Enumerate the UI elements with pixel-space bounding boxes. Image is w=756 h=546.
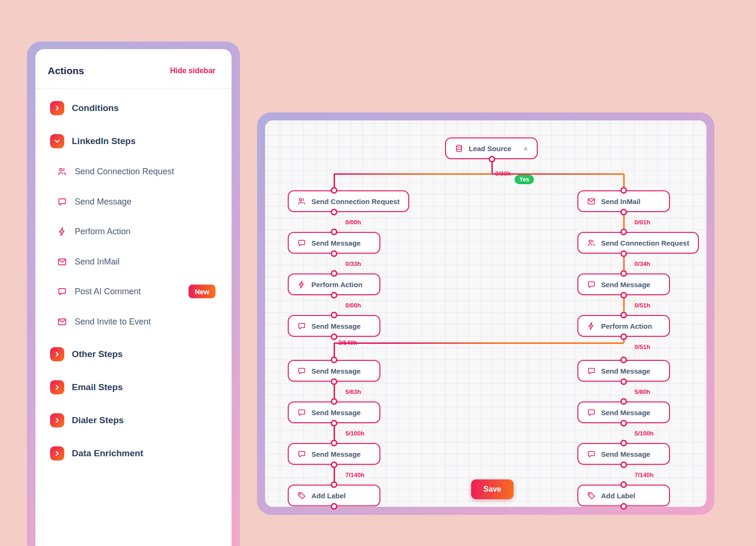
connector-port[interactable] <box>331 187 337 194</box>
connector-port[interactable] <box>620 270 627 277</box>
chevron-right-icon <box>50 380 64 394</box>
connector-port[interactable] <box>331 398 337 405</box>
save-button[interactable]: Save <box>471 479 514 499</box>
connector-port[interactable] <box>620 481 627 488</box>
sidebar-item-label: Other Steps <box>72 349 123 359</box>
connector-port[interactable] <box>620 420 627 427</box>
connector-port[interactable] <box>620 333 627 340</box>
connector-port[interactable] <box>620 187 627 194</box>
actions-sidebar-panel: Actions Hide sidebar ConditionsLinkedIn … <box>35 49 232 546</box>
connector-port[interactable] <box>331 481 337 488</box>
mail-icon <box>587 197 596 206</box>
connector-port[interactable] <box>331 357 337 363</box>
users-icon <box>587 239 596 247</box>
tag-icon <box>297 491 306 500</box>
sidebar-item-dialer-steps[interactable]: Dialer Steps <box>50 411 228 430</box>
trunk-timing-label: 0/00h <box>495 170 511 177</box>
connector-port[interactable] <box>331 378 337 385</box>
sidebar-item-data-enrichment[interactable]: Data Enrichment <box>50 444 228 463</box>
connector-line <box>334 342 624 344</box>
close-icon[interactable]: × <box>524 145 528 153</box>
sidebar-item-send-message[interactable]: Send Message <box>57 192 228 211</box>
flow-node-send-connection-request[interactable]: Send Connection Request <box>288 190 409 212</box>
connector-port[interactable] <box>620 229 627 235</box>
new-badge: New <box>189 285 215 299</box>
connector-port[interactable] <box>331 270 337 277</box>
sidebar-item-conditions[interactable]: Conditions <box>50 99 228 118</box>
connector-port[interactable] <box>489 156 495 162</box>
connector-port[interactable] <box>620 292 627 299</box>
timing-label: 7/140h <box>635 471 653 478</box>
chevron-down-icon <box>50 134 64 148</box>
connector-port[interactable] <box>331 461 337 468</box>
connector-port[interactable] <box>331 209 337 215</box>
flow-node-label: Send Message <box>311 239 361 247</box>
sidebar-item-other-steps[interactable]: Other Steps <box>50 345 228 364</box>
timing-label: 3/540h <box>338 339 357 346</box>
chat-icon <box>587 450 596 459</box>
flow-node-label: Send Message <box>311 322 361 330</box>
timing-label: 7/140h <box>345 471 364 478</box>
flow-node-label: Send Message <box>311 367 361 375</box>
timing-label: 0/51h <box>635 302 650 309</box>
mail-icon <box>57 257 67 267</box>
connector-port[interactable] <box>331 312 337 318</box>
timing-label: 5/80h <box>635 388 650 395</box>
chevron-right-icon <box>50 101 64 115</box>
timing-label: 0/33h <box>345 260 361 267</box>
chat-icon <box>587 280 596 289</box>
connector-port[interactable] <box>331 440 337 446</box>
connector-port[interactable] <box>331 229 337 235</box>
connector-port[interactable] <box>331 250 337 257</box>
flow-node-label: Perform Action <box>601 322 652 330</box>
sidebar-item-label: Perform Action <box>75 227 130 237</box>
bolt-icon <box>57 227 67 237</box>
sidebar-item-send-inmail[interactable]: Send InMail <box>57 252 228 271</box>
connector-port[interactable] <box>331 333 337 340</box>
connector-port[interactable] <box>620 398 627 405</box>
connector-line <box>334 173 492 175</box>
connector-port[interactable] <box>620 503 627 510</box>
users-icon <box>57 167 67 177</box>
timing-label: 0/51h <box>635 343 650 350</box>
sidebar-item-perform-action[interactable]: Perform Action <box>57 222 228 241</box>
flow-node-label: Send Connection Request <box>601 239 689 247</box>
chat-icon <box>587 367 596 375</box>
connector-port[interactable] <box>331 420 337 427</box>
connector-line <box>492 173 624 175</box>
connector-port[interactable] <box>620 312 627 318</box>
chat-icon <box>297 408 306 417</box>
connector-port[interactable] <box>620 461 627 468</box>
sidebar-item-label: Send Invite to Event <box>75 317 151 327</box>
bolt-icon <box>297 280 306 289</box>
chat-icon <box>297 450 306 459</box>
sidebar-item-post-ai-comment[interactable]: Post AI CommentNew <box>57 282 228 301</box>
flow-node-label: Send Message <box>601 450 650 458</box>
sidebar-item-label: Email Steps <box>72 382 123 392</box>
sidebar-item-linkedin-steps[interactable]: LinkedIn Steps <box>50 132 228 151</box>
connector-port[interactable] <box>620 378 627 385</box>
chevron-right-icon <box>50 347 64 361</box>
flow-node-send-connection-request[interactable]: Send Connection Request <box>577 232 699 254</box>
flow-node-label: Add Label <box>601 492 636 500</box>
timing-label: 0/01h <box>635 219 650 226</box>
yes-badge: Yes <box>515 175 534 184</box>
timing-label: 0/34h <box>635 260 650 267</box>
hide-sidebar-link[interactable]: Hide sidebar <box>170 67 215 75</box>
mail-icon <box>57 317 67 327</box>
sidebar-item-email-steps[interactable]: Email Steps <box>50 378 228 397</box>
sidebar-item-send-invite-to-event[interactable]: Send Invite to Event <box>57 312 228 331</box>
connector-port[interactable] <box>620 440 627 446</box>
connector-port[interactable] <box>331 292 337 299</box>
connector-port[interactable] <box>620 357 627 363</box>
app-window: Actions Hide sidebar ConditionsLinkedIn … <box>0 0 756 546</box>
actions-sidebar: Actions Hide sidebar ConditionsLinkedIn … <box>27 42 240 546</box>
flow-node-label: Send Message <box>311 450 361 458</box>
connector-port[interactable] <box>620 209 627 215</box>
sidebar-item-label: Send Message <box>75 197 131 207</box>
connector-port[interactable] <box>331 503 337 510</box>
sidebar-item-send-connection-request[interactable]: Send Connection Request <box>57 162 228 181</box>
flow-node-label: Send Connection Request <box>311 197 400 205</box>
flow-node-label: Lead Source <box>469 145 511 153</box>
connector-port[interactable] <box>620 250 627 257</box>
